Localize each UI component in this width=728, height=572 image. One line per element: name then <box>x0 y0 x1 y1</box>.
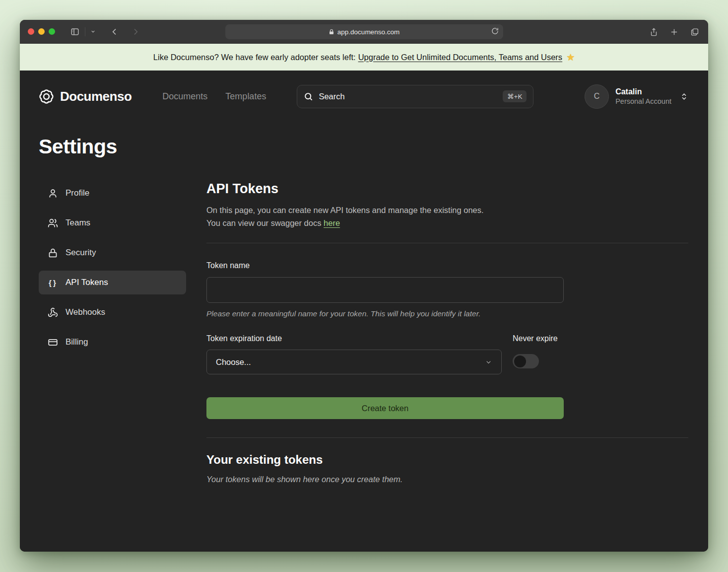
api-tokens-panel: API Tokens On this page, you can create … <box>206 181 688 484</box>
credit-card-icon <box>47 337 58 348</box>
sidebar-item-api-tokens[interactable]: { } API Tokens <box>39 271 186 294</box>
expiration-date-label: Token expiration date <box>206 334 502 343</box>
account-type: Personal Account <box>615 97 671 106</box>
existing-tokens-divider <box>206 437 688 438</box>
expiration-date-select[interactable]: Choose... <box>206 350 502 374</box>
sidebar-item-billing[interactable]: Billing <box>39 330 186 354</box>
braces-icon: { } <box>47 279 58 287</box>
sidebar-item-profile[interactable]: Profile <box>39 181 186 205</box>
back-button-icon[interactable] <box>109 26 121 38</box>
main-nav: Documents Templates <box>162 91 266 102</box>
brand-name: Documenso <box>60 89 132 104</box>
sidebar-item-security[interactable]: Security <box>39 241 186 265</box>
upgrade-link[interactable]: Upgrade to Get Unlimited Documents, Team… <box>358 53 562 62</box>
sidebar-toggle-icon[interactable] <box>68 25 82 38</box>
forward-button-icon[interactable] <box>130 26 141 38</box>
reload-icon[interactable] <box>491 27 499 35</box>
token-name-label: Token name <box>206 261 564 270</box>
brand[interactable]: Documenso <box>39 89 132 104</box>
sidebar-item-label: Teams <box>66 218 90 228</box>
token-name-hint: Please enter a meaningful name for your … <box>206 309 564 318</box>
search-placeholder: Search <box>319 92 497 101</box>
sidebar-item-teams[interactable]: Teams <box>39 211 186 235</box>
tab-group-chevron-icon[interactable] <box>88 27 98 36</box>
search-icon <box>304 92 313 101</box>
lock-icon <box>47 248 58 258</box>
search-input[interactable]: Search ⌘+K <box>297 85 533 108</box>
tab-overview-icon[interactable] <box>688 26 701 38</box>
star-icon: ★ <box>566 52 575 63</box>
upgrade-banner: Like Documenso? We have few early adopte… <box>20 44 708 71</box>
swagger-docs-link[interactable]: here <box>324 218 340 227</box>
user-icon <box>47 188 58 199</box>
users-icon <box>47 218 58 228</box>
never-expire-label: Never expire <box>513 334 558 343</box>
app-header: Documenso Documents Templates Search ⌘+K… <box>39 80 688 112</box>
sidebar-item-label: Billing <box>66 337 88 347</box>
existing-tokens-empty-text: Your tokens will be shown here once you … <box>206 475 688 484</box>
webhook-icon <box>47 307 58 318</box>
settings-sidebar: Profile Teams Security { } API Token <box>39 181 186 484</box>
share-icon[interactable] <box>648 25 660 39</box>
account-menu[interactable]: C Catalin Personal Account <box>585 84 688 109</box>
toggle-knob <box>514 356 526 367</box>
browser-window: app.documenso.com Like Documenso? We hav… <box>20 20 708 552</box>
sidebar-item-webhooks[interactable]: Webhooks <box>39 300 186 324</box>
account-name: Catalin <box>615 87 671 97</box>
nav-documents[interactable]: Documents <box>162 91 207 102</box>
expiration-selected-value: Choose... <box>216 358 251 367</box>
page-title: Settings <box>39 135 688 158</box>
create-token-button[interactable]: Create token <box>206 397 564 419</box>
existing-tokens-title: Your existing tokens <box>206 453 688 467</box>
never-expire-toggle[interactable] <box>513 354 539 368</box>
zoom-window-button[interactable] <box>49 28 55 35</box>
sidebar-item-label: Profile <box>66 188 89 198</box>
section-divider <box>206 243 688 243</box>
documenso-app: Documenso Documents Templates Search ⌘+K… <box>20 71 708 552</box>
new-tab-icon[interactable] <box>668 26 680 38</box>
sidebar-item-label: API Tokens <box>66 278 108 287</box>
browser-toolbar: app.documenso.com <box>20 20 708 44</box>
chevrons-up-down-icon <box>680 92 688 101</box>
section-description-line1: On this page, you can create new API tok… <box>206 206 484 214</box>
search-shortcut-badge: ⌘+K <box>503 90 527 102</box>
sidebar-item-label: Security <box>66 248 96 258</box>
minimize-window-button[interactable] <box>38 28 45 35</box>
nav-templates[interactable]: Templates <box>225 91 266 102</box>
address-bar[interactable]: app.documenso.com <box>225 24 503 39</box>
toolbar-separator <box>85 27 85 36</box>
token-name-input[interactable] <box>206 277 564 303</box>
avatar: C <box>585 84 609 109</box>
banner-text: Like Documenso? We have few early adopte… <box>153 53 356 62</box>
close-window-button[interactable] <box>28 28 34 35</box>
documenso-logo-icon <box>39 89 54 104</box>
ssl-lock-icon <box>329 29 334 35</box>
chevron-down-icon <box>485 358 492 366</box>
section-description-line2: You can view our swagger docs <box>206 218 321 227</box>
url-text: app.documenso.com <box>337 28 399 36</box>
traffic-lights <box>28 28 55 35</box>
section-title: API Tokens <box>206 181 688 197</box>
sidebar-item-label: Webhooks <box>66 307 105 317</box>
